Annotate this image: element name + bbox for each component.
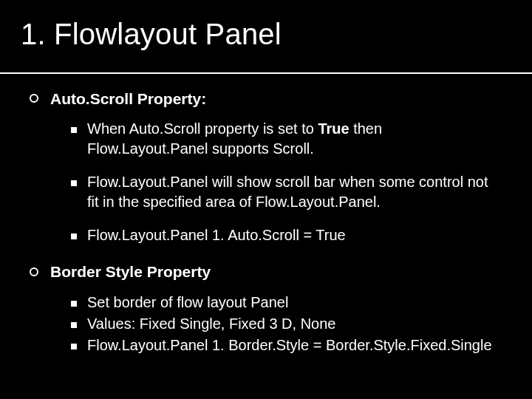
slide-title: 1. Flowlayout Panel [21,18,511,51]
slide-content: Auto.Scroll Property: When Auto.Scroll p… [0,81,532,399]
title-bar: 1. Flowlayout Panel [0,0,532,74]
slide: 1. Flowlayout Panel Auto.Scroll Property… [0,0,532,399]
sub-bullet: Values: Fixed Single, Fixed 3 D, None [71,314,502,334]
bullet-list-level2: When Auto.Scroll property is set to True… [50,119,502,245]
sub-bullet: Flow.Layout.Panel 1. Auto.Scroll = True [71,225,502,245]
sub-bullet: When Auto.Scroll property is set to True… [71,119,502,159]
bullet-list-level1: Auto.Scroll Property: When Auto.Scroll p… [30,89,502,355]
bullet-list-level2: Set border of flow layout Panel Values: … [50,293,502,355]
sub-bullet: Flow.Layout.Panel 1. Border.Style = Bord… [71,335,502,355]
sub-bullet: Flow.Layout.Panel will show scroll bar w… [71,172,502,212]
bullet-text: Auto.Scroll Property: [50,90,206,107]
bullet-autoscroll-property: Auto.Scroll Property: When Auto.Scroll p… [30,89,502,245]
sub-bullet: Set border of flow layout Panel [71,293,502,313]
bullet-border-style-property: Border Style Property Set border of flow… [30,262,502,355]
bullet-text: Border Style Property [50,263,211,280]
